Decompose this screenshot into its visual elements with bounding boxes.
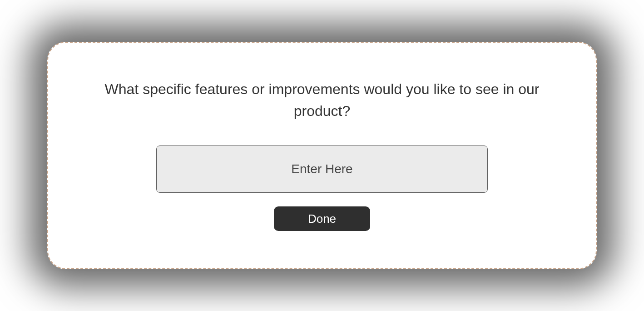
done-button[interactable]: Done bbox=[274, 206, 370, 231]
survey-card: What specific features or improvements w… bbox=[47, 42, 597, 269]
survey-question: What specific features or improvements w… bbox=[99, 78, 545, 122]
feedback-input[interactable] bbox=[156, 145, 488, 193]
